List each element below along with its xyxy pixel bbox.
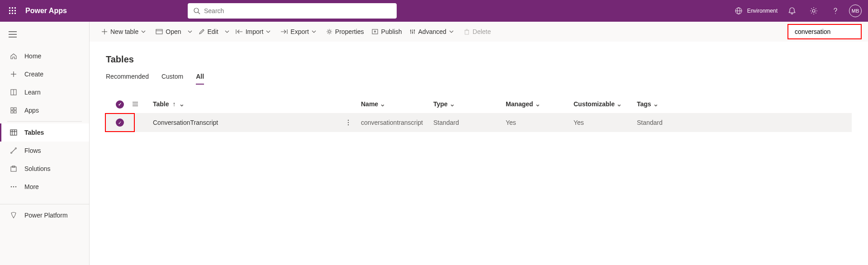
app-launcher-button[interactable] <box>2 0 24 22</box>
notifications-button[interactable] <box>781 0 803 22</box>
publish-icon <box>371 28 379 35</box>
filter-search-input[interactable] <box>795 28 868 35</box>
col-header-type[interactable]: Type ⌄ <box>430 95 502 113</box>
svg-rect-40 <box>156 29 162 34</box>
row-more-button[interactable] <box>344 113 357 132</box>
topbar-right: MB <box>781 0 868 22</box>
sort-asc-icon: ↑ <box>172 100 175 108</box>
chevron-down-icon[interactable]: ⌄ <box>380 100 385 108</box>
main-area: New table Open Edit Import Export <box>90 22 868 265</box>
svg-rect-8 <box>14 13 16 14</box>
environment-icon <box>735 7 743 15</box>
cell-name: conversationtranscript <box>357 113 430 132</box>
edit-chevron[interactable] <box>222 24 232 39</box>
row-checkbox[interactable]: ✓ <box>106 113 128 132</box>
sidebar-item-solutions[interactable]: Solutions <box>0 160 89 178</box>
svg-rect-25 <box>11 111 13 113</box>
cmd-label: Edit <box>208 28 218 35</box>
cell-table[interactable]: ConversationTranscript <box>149 113 344 132</box>
chevron-down-icon[interactable] <box>309 24 319 39</box>
col-header-tags[interactable]: Tags ⌄ <box>633 95 852 113</box>
global-search-input[interactable] <box>204 7 391 14</box>
sidebar: Home Create Learn Apps Tables Flows Solu… <box>0 22 90 265</box>
chevron-down-icon[interactable]: ⌄ <box>450 100 455 108</box>
trash-icon <box>464 28 470 35</box>
chevron-down-icon[interactable]: ⌄ <box>617 100 622 108</box>
edit-button[interactable]: Edit <box>195 24 222 39</box>
sidebar-item-power-platform[interactable]: Power Platform <box>0 206 89 224</box>
chevron-down-icon[interactable] <box>446 24 456 39</box>
svg-point-15 <box>835 13 836 14</box>
chevron-down-icon[interactable] <box>263 24 273 39</box>
environment-picker[interactable]: Environment <box>735 7 778 15</box>
cmd-label: New table <box>110 28 138 35</box>
col-header-name[interactable]: Name ⌄ <box>357 95 430 113</box>
more-icon <box>10 183 19 190</box>
export-button[interactable]: Export <box>277 24 322 39</box>
toggle-nav-button[interactable] <box>0 25 23 43</box>
open-chevron[interactable] <box>185 24 195 39</box>
tab-recommended[interactable]: Recommended <box>106 73 149 85</box>
book-icon <box>10 89 19 96</box>
account-button[interactable]: MB <box>846 0 868 22</box>
tables-grid: ✓ Table ↑ ⌄ Name ⌄ Type ⌄ Managed ⌄ Cust… <box>106 95 852 132</box>
open-button[interactable]: Open <box>152 24 185 39</box>
chevron-down-icon[interactable]: ⌄ <box>653 100 659 108</box>
svg-rect-0 <box>9 7 10 9</box>
col-header-table[interactable]: Table ↑ ⌄ <box>149 95 344 113</box>
filter-search[interactable] <box>787 24 862 39</box>
edit-icon <box>199 28 205 35</box>
svg-point-50 <box>412 32 413 33</box>
help-button[interactable] <box>825 0 846 22</box>
properties-button[interactable]: Properties <box>323 24 368 39</box>
svg-rect-27 <box>10 130 17 135</box>
power-platform-icon <box>10 212 19 219</box>
brand-label: Power Apps <box>25 7 67 15</box>
apps-icon <box>10 107 19 114</box>
svg-point-63 <box>348 122 349 123</box>
chevron-down-icon[interactable]: ⌄ <box>535 100 541 108</box>
sidebar-item-learn[interactable]: Learn <box>0 83 89 101</box>
table-icon <box>10 129 19 136</box>
svg-rect-2 <box>14 7 16 9</box>
svg-rect-24 <box>14 108 16 110</box>
settings-button[interactable] <box>803 0 825 22</box>
select-all-header[interactable]: ✓ <box>106 95 128 113</box>
sidebar-item-apps[interactable]: Apps <box>0 101 89 119</box>
sidebar-item-tables[interactable]: Tables <box>0 123 89 142</box>
avatar: MB <box>849 5 862 17</box>
cmd-label: Advanced <box>418 28 446 35</box>
tab-custom[interactable]: Custom <box>161 73 183 85</box>
top-bar: Power Apps Environment MB <box>0 0 868 22</box>
col-header-customizable[interactable]: Customizable ⌄ <box>570 95 633 113</box>
cell-customizable: Yes <box>570 113 633 132</box>
chevron-down-icon[interactable]: ⌄ <box>179 100 185 108</box>
flow-icon <box>10 147 19 154</box>
sidebar-item-create[interactable]: Create <box>0 65 89 83</box>
sidebar-item-home[interactable]: Home <box>0 47 89 65</box>
global-search[interactable] <box>188 3 397 19</box>
plus-icon <box>10 71 19 78</box>
new-table-button[interactable]: New table <box>98 24 152 39</box>
plus-icon <box>101 28 108 35</box>
sidebar-item-label: More <box>24 183 39 190</box>
publish-button[interactable]: Publish <box>368 24 406 39</box>
chevron-down-icon[interactable] <box>138 24 148 39</box>
sidebar-item-label: Learn <box>24 89 41 96</box>
sidebar-item-label: Solutions <box>24 165 51 172</box>
import-button[interactable]: Import <box>232 24 277 39</box>
cmd-label: Publish <box>381 28 402 35</box>
sidebar-item-label: Create <box>24 71 43 78</box>
table-row[interactable]: ✓ ConversationTranscript conversationtra… <box>106 113 852 132</box>
col-header-managed[interactable]: Managed ⌄ <box>502 95 570 113</box>
sidebar-item-flows[interactable]: Flows <box>0 142 89 160</box>
sidebar-item-more[interactable]: More <box>0 178 89 196</box>
content-area: Tables Recommended Custom All ✓ Table ↑ … <box>90 42 868 132</box>
advanced-button[interactable]: Advanced <box>406 24 460 39</box>
environment-label: Environment <box>747 8 778 14</box>
tab-all[interactable]: All <box>196 73 204 85</box>
list-view-header[interactable] <box>128 95 149 113</box>
svg-point-14 <box>812 9 815 12</box>
delete-button[interactable]: Delete <box>460 24 494 39</box>
svg-point-9 <box>194 8 199 13</box>
